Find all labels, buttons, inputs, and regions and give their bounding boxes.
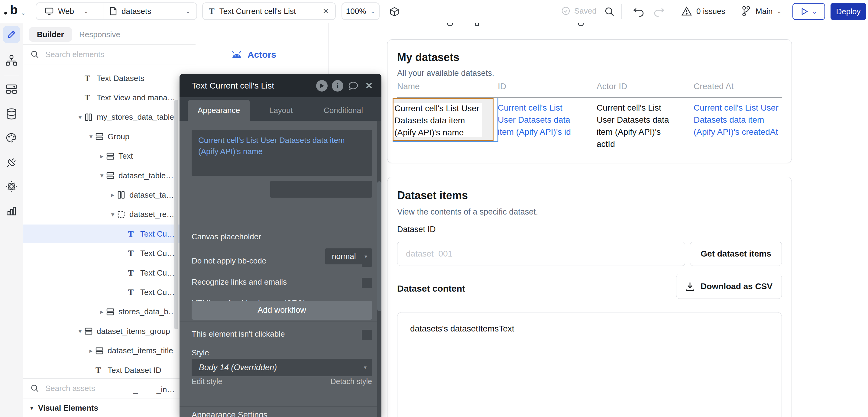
zoom-selector[interactable]: 100% ⌄ (342, 2, 380, 20)
tree-item[interactable]: ▸Text (23, 147, 195, 166)
caret-down-icon[interactable]: ▾ (108, 211, 117, 218)
download-icon (685, 282, 694, 291)
zoom-value: 100% (346, 7, 366, 16)
download-csv-button[interactable]: Download as CSV (676, 274, 782, 299)
column-header: ID (498, 82, 506, 91)
dataset-id-input[interactable]: dataset_001 (397, 242, 685, 266)
package-icon[interactable] (389, 7, 400, 17)
tab-conditional[interactable]: Conditional (312, 100, 374, 121)
logs-tab-button[interactable] (3, 202, 20, 219)
tab-layout[interactable]: Layout (250, 100, 312, 121)
tree-item[interactable]: TText Cu… (23, 263, 195, 282)
tab-responsive[interactable]: Responsive (72, 27, 127, 42)
tree-item[interactable]: TText Dataset ID (23, 361, 195, 380)
tree-item-label: Text View and mana… (97, 93, 175, 102)
tree-item[interactable]: TText Datasets (23, 69, 195, 88)
close-icon[interactable]: ✕ (363, 80, 375, 92)
settings-tab-button[interactable] (3, 178, 20, 195)
design-tab-button[interactable] (3, 26, 20, 43)
panel-tabs: Appearance Layout Conditional (180, 97, 381, 121)
add-workflow-button[interactable]: Add workflow (192, 301, 372, 320)
caret-right-icon[interactable]: ▸ (108, 191, 117, 198)
tree-item[interactable]: TText View and mana… (23, 88, 195, 107)
rows-icon (95, 133, 103, 140)
undo-icon[interactable] (632, 6, 644, 18)
preview-run-button[interactable]: ⌄ (793, 3, 825, 20)
tree-item-label: Text Cu… (140, 229, 175, 239)
redo-icon[interactable] (653, 6, 665, 18)
search-assets-input[interactable] (45, 383, 161, 393)
tree-item-label: Text Cu… (140, 288, 175, 297)
logo-letter: b (10, 4, 18, 16)
text-expression-input[interactable]: Current cell's List User Datasets data i… (192, 130, 372, 176)
cell-link-text[interactable]: Current cell's List UserDatasets data it… (693, 102, 779, 138)
caret-right-icon[interactable]: ▸ (87, 347, 95, 354)
tab-builder[interactable]: Builder (29, 27, 72, 42)
tree-item[interactable]: ▾my_stores_data_table (23, 108, 195, 127)
info-button[interactable]: i (332, 80, 343, 92)
panel-header[interactable]: Text Current cell's List i ✕ (180, 74, 381, 97)
open-element-tab[interactable]: T Text Current cell's List ✕ (202, 2, 336, 20)
text-element-icon: T (85, 94, 90, 102)
close-icon[interactable]: ✕ (322, 7, 329, 16)
rows-icon (106, 152, 114, 160)
panel-scrollbar[interactable] (377, 121, 381, 417)
text-element-icon: T (128, 230, 133, 238)
detach-style-link[interactable]: Detach style (330, 377, 372, 386)
tab-appearance[interactable]: Appearance (188, 100, 250, 121)
bar-chart-icon (5, 204, 18, 216)
get-dataset-items-button[interactable]: Get dataset items (690, 242, 782, 266)
data-tab-button[interactable] (3, 105, 20, 122)
tree-item[interactable]: ▸dataset_ta… (23, 186, 195, 204)
caret-down-icon[interactable]: ▾ (87, 133, 95, 140)
dataset-content-text: datasets's datasetItemsText (410, 324, 515, 333)
tree-item[interactable]: ▾dataset_items_group (23, 322, 195, 341)
not-clickable-checkbox[interactable] (362, 330, 372, 340)
tree-item[interactable]: ▸dataset_items_title (23, 342, 195, 360)
property-editor-panel[interactable]: Text Current cell's List i ✕ Appearance … (180, 74, 381, 417)
workflow-tab-button[interactable] (3, 52, 20, 69)
recognize-links-checkbox[interactable] (362, 278, 372, 288)
sidebar-item-actors[interactable]: Actors (231, 50, 276, 60)
not-clickable-label: This element isn't clickable (192, 329, 285, 339)
search-icon[interactable] (604, 6, 615, 18)
style-label: Style (192, 348, 209, 357)
tree-item[interactable]: TText Cu… (23, 225, 195, 243)
tree-item[interactable]: TText Cu… (23, 244, 195, 263)
element-tree: TText DatasetsTText View and mana…▾my_st… (23, 64, 195, 401)
tree-item[interactable]: ▾Group (23, 127, 195, 146)
html-tag-dropdown[interactable]: normal ▾ (325, 248, 372, 264)
comment-button[interactable] (347, 80, 359, 92)
caret-down-icon[interactable]: ▾ (97, 172, 106, 179)
components-tab-button[interactable] (3, 81, 20, 98)
tree-item[interactable]: ▾dataset_re… (23, 205, 195, 224)
caret-right-icon[interactable]: ▸ (97, 308, 106, 316)
cell-link-text[interactable]: Current cell's ListUser Datasets dataite… (498, 102, 571, 138)
bubble-logo[interactable]: b ⌄ (4, 4, 26, 16)
caret-right-icon[interactable]: ▸ (97, 153, 106, 160)
tree-scrollbar[interactable] (174, 100, 178, 329)
caret-down-icon[interactable]: ▾ (75, 327, 85, 335)
tree-item[interactable]: ▾dataset_table… (23, 166, 195, 185)
search-elements-input[interactable] (45, 50, 161, 60)
search-icon (30, 384, 39, 393)
style-dropdown[interactable]: Body 14 (Overridden) ▾ (192, 359, 372, 376)
styles-tab-button[interactable] (3, 130, 20, 147)
selected-text-element[interactable]: Current cell's List UserDatasets data it… (393, 98, 494, 141)
tree-item[interactable]: ▸stores_data_b… (23, 302, 195, 321)
edit-style-link[interactable]: Edit style (192, 377, 222, 386)
tree-item[interactable]: TText Cu… (23, 283, 195, 301)
branch-selector[interactable]: Main ⌄ (741, 5, 781, 17)
issues-indicator[interactable]: 0 issues (681, 6, 725, 16)
page-dropdown[interactable]: datasets ⌄ (103, 7, 196, 16)
visual-elements-section[interactable]: ▾ Visual Elements (30, 399, 98, 417)
text-element-icon: T (128, 288, 133, 296)
plugins-tab-button[interactable] (3, 154, 20, 171)
logo-dot (4, 12, 7, 14)
canvas-placeholder-input[interactable] (270, 181, 372, 198)
caret-down-icon: ▾ (364, 364, 367, 371)
deploy-button[interactable]: Deploy (831, 3, 866, 20)
caret-down-icon[interactable]: ▾ (75, 114, 85, 121)
device-dropdown[interactable]: Web ⌄ (36, 7, 103, 16)
preview-element-button[interactable] (316, 80, 328, 92)
